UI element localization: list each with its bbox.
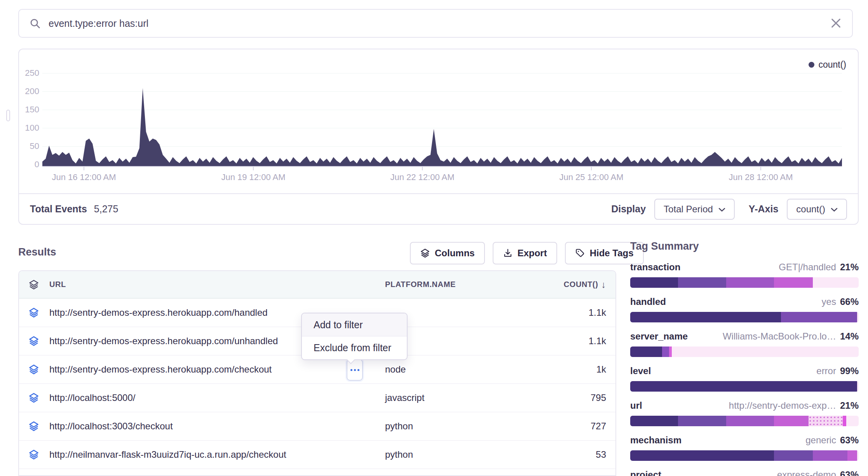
tag-label[interactable]: transaction — [630, 262, 680, 273]
yaxis-select[interactable]: count() — [787, 199, 847, 220]
tag-bar-segment[interactable] — [678, 277, 726, 288]
tag-label[interactable]: level — [630, 366, 651, 376]
x-axis-tickmark — [591, 167, 592, 170]
row-count: 53 — [509, 449, 606, 460]
tag-bar-segment[interactable] — [857, 381, 859, 392]
column-url[interactable]: URL — [49, 280, 385, 289]
tag-percent: 14% — [840, 331, 859, 342]
tag-row: transaction GET|/handled 21% — [630, 262, 859, 288]
download-icon — [503, 248, 513, 258]
row-url[interactable]: http://localhost:3003/checkout — [49, 421, 385, 432]
row-platform: javascript — [385, 392, 509, 403]
table-row[interactable]: http://localhost:5000/ javascript 795 — [19, 384, 615, 412]
tag-distribution-bar[interactable] — [630, 312, 859, 322]
event-volume-chart[interactable] — [42, 73, 842, 166]
tag-distribution-bar[interactable] — [630, 381, 859, 392]
x-axis-tick: Jun 28 12:00 AM — [729, 172, 793, 182]
tag-bar-segment[interactable] — [813, 277, 859, 288]
x-axis-tick: Jun 22 12:00 AM — [390, 172, 454, 182]
tag-bar-segment[interactable] — [846, 416, 859, 426]
y-axis-tick: 0 — [19, 160, 39, 169]
row-platform: python — [385, 449, 509, 460]
tag-percent: 99% — [840, 366, 859, 376]
chart-legend: count() — [809, 60, 846, 70]
events-chart-panel: count() 250 200 150 100 50 0 Jun 16 12:0… — [18, 49, 859, 225]
tag-bar-segment[interactable] — [843, 416, 846, 426]
tag-bar-segment[interactable] — [630, 450, 774, 461]
tag-top-value: generic — [805, 435, 836, 446]
tag-distribution-bar[interactable] — [630, 277, 859, 288]
table-row[interactable]: http://localhost:3003/checkout python 72… — [19, 412, 615, 441]
menu-item-exclude-from-filter[interactable]: Exclude from filter — [302, 336, 407, 359]
tag-bar-segment[interactable] — [781, 312, 857, 322]
row-url[interactable]: http://sentry-demos-express.herokuapp.co… — [49, 364, 385, 375]
tag-bar-segment[interactable] — [630, 312, 781, 322]
tag-icon — [575, 248, 585, 258]
y-axis-tick: 150 — [19, 105, 39, 114]
columns-button[interactable]: Columns — [410, 242, 485, 264]
tag-bar-segment[interactable] — [726, 416, 774, 426]
total-events-label: Total Events — [30, 203, 87, 215]
x-axis-tickmark — [422, 167, 423, 170]
row-platform: node — [385, 364, 509, 375]
table-row[interactable] — [19, 469, 615, 476]
tag-label[interactable]: server_name — [630, 331, 688, 342]
tag-bar-segment[interactable] — [662, 346, 669, 357]
tag-bar-segment[interactable] — [678, 416, 726, 426]
row-url[interactable]: http://localhost:5000/ — [49, 392, 385, 403]
display-label: Display — [611, 203, 646, 215]
display-select[interactable]: Total Period — [654, 199, 735, 220]
total-events-value: 5,275 — [94, 203, 119, 215]
row-url[interactable]: http://neilmanvar-flask-m3uuizd7iq-uc.a.… — [49, 449, 385, 460]
tag-row: server_name Williams-MacBook-Pro.lo… 14% — [630, 331, 859, 357]
tag-label[interactable]: project — [630, 469, 661, 476]
legend-count-label: count() — [818, 60, 846, 70]
tag-label[interactable]: handled — [630, 296, 666, 307]
chart-footer: Total Events 5,275 Display Total Period … — [19, 193, 858, 224]
layers-icon — [28, 449, 39, 460]
tag-distribution-bar[interactable] — [630, 416, 859, 426]
tag-bar-segment[interactable] — [774, 416, 808, 426]
tag-bar-segment[interactable] — [630, 381, 857, 392]
tag-bar-segment[interactable] — [857, 450, 859, 461]
tag-distribution-bar[interactable] — [630, 450, 859, 461]
tag-bar-segment[interactable] — [630, 346, 662, 357]
tag-bar-segment[interactable] — [630, 277, 678, 288]
results-title: Results — [18, 246, 56, 258]
export-button[interactable]: Export — [493, 242, 557, 264]
menu-item-add-to-filter[interactable]: Add to filter — [302, 313, 407, 336]
column-platform[interactable]: PLATFORM.NAME — [385, 280, 509, 289]
tag-bar-segment[interactable] — [774, 450, 813, 461]
tag-top-value: Williams-MacBook-Pro.lo… — [723, 331, 836, 342]
row-count: 1.1k — [509, 336, 606, 346]
layers-icon[interactable] — [28, 279, 39, 290]
tag-bar-segment[interactable] — [669, 346, 672, 357]
y-axis-tick: 200 — [19, 87, 39, 96]
tag-distribution-bar[interactable] — [630, 346, 859, 357]
table-header-row: URL PLATFORM.NAME COUNT() ↓ — [19, 271, 615, 299]
tag-bar-segment[interactable] — [813, 450, 847, 461]
search-input[interactable] — [48, 18, 830, 30]
tag-bar-segment[interactable] — [630, 416, 678, 426]
panel-drag-handle[interactable] — [6, 110, 10, 121]
tag-label[interactable]: mechanism — [630, 435, 682, 446]
tag-bar-segment[interactable] — [726, 277, 774, 288]
search-bar[interactable] — [18, 9, 853, 38]
table-row[interactable]: http://neilmanvar-flask-m3uuizd7iq-uc.a.… — [19, 441, 615, 469]
tag-label[interactable]: url — [630, 400, 642, 411]
layers-icon — [28, 336, 39, 346]
tag-summary: Tag Summary transaction GET|/handled 21%… — [630, 240, 859, 476]
tag-row: handled yes 66% — [630, 296, 859, 322]
search-icon — [29, 18, 41, 29]
tag-top-value: express-demo — [777, 469, 836, 476]
clear-search-icon[interactable] — [830, 18, 842, 29]
tag-bar-segment[interactable] — [847, 450, 857, 461]
tag-bar-segment[interactable] — [857, 312, 859, 322]
tag-bar-segment[interactable] — [774, 277, 813, 288]
tag-bar-segment[interactable] — [672, 346, 859, 357]
tag-bar-segment[interactable] — [809, 416, 843, 426]
y-axis-tick: 50 — [19, 142, 39, 151]
column-count[interactable]: COUNT() ↓ — [509, 279, 606, 290]
tag-top-value: http://sentry-demos-exp… — [729, 400, 836, 411]
row-count: 727 — [509, 421, 606, 432]
